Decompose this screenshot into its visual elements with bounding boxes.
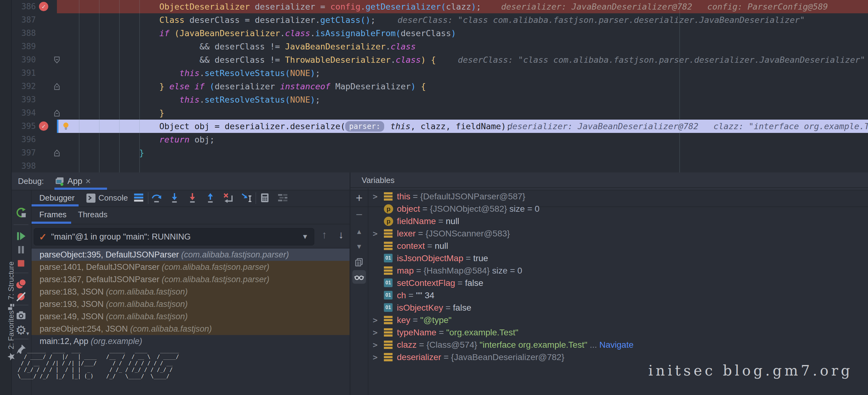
variable-row[interactable]: >deserializer = {JavaBeanDeserializer@78…: [368, 351, 868, 363]
fold-marker-icon[interactable]: [53, 83, 61, 91]
line-number: 396: [11, 133, 36, 146]
code-text: ObjectDeserializer deserializer = config…: [159, 0, 481, 13]
step-out-icon[interactable]: [205, 192, 216, 203]
variable-row[interactable]: map = {HashMap@584} size = 0: [368, 265, 868, 277]
active-tab-indicator: [32, 222, 71, 224]
expand-chevron-icon: >: [373, 190, 378, 203]
line-number: 394: [11, 106, 36, 120]
code-text: Object obj = deserializer.deserialze(par…: [159, 120, 511, 133]
drop-frame-icon[interactable]: [223, 192, 234, 203]
session-tab-label: App: [67, 176, 82, 186]
primitive-icon: 01: [384, 254, 393, 263]
inline-debugger-hint: deserializer: JavaBeanDeserializer@782 c…: [501, 0, 828, 13]
primitive-icon: 01: [384, 278, 393, 288]
variable-text: this = {DefaultJSONParser@587}: [397, 190, 525, 203]
expand-chevron-icon: >: [373, 326, 378, 339]
indent-guide: [79, 0, 80, 172]
right-margin-guide: [679, 0, 680, 172]
expand-chevron-icon: >: [373, 228, 378, 240]
active-tab-indicator: [55, 188, 107, 190]
variable-text: key = "@type": [397, 314, 452, 326]
remove-watch-button[interactable]: −: [352, 208, 366, 221]
active-tab-indicator: [32, 204, 79, 206]
expand-chevron-icon: >: [373, 351, 378, 363]
intention-bulb-icon[interactable]: [61, 122, 71, 131]
move-down-button[interactable]: ▼: [352, 240, 366, 254]
variable-row[interactable]: >lexer = {JSONScanner@583}: [368, 228, 868, 240]
variable-text: fieldName = null: [397, 215, 459, 228]
variable-text: object = {JSONObject@582} size = 0: [397, 203, 539, 215]
fold-marker-icon[interactable]: [53, 149, 61, 157]
line-number: 392: [11, 80, 36, 93]
line-number: 397: [11, 146, 36, 160]
tab-threads[interactable]: Threads: [78, 206, 107, 223]
code-editor[interactable]: 386✓ObjectDeserializer deserializer = co…: [11, 0, 868, 172]
tool-window-stripe: 7: Structure 2: Favorites: [0, 0, 12, 395]
stack-frame-row[interactable]: main:12, App (org.example): [32, 335, 349, 348]
variable-row[interactable]: >this = {DefaultJSONParser@587}: [368, 190, 868, 203]
expand-chevron-icon: >: [373, 339, 378, 351]
execution-point-menu-icon[interactable]: [134, 192, 145, 203]
code-text: this.setResolveStatus(NONE);: [179, 93, 320, 106]
debug-label: Debug:: [18, 172, 44, 190]
variables-toolbar: + − ▲ ▼: [350, 189, 368, 395]
tab-console[interactable]: Console: [98, 190, 128, 206]
variable-row[interactable]: >typeName = "org.example.Test": [368, 326, 868, 339]
variable-text: isObjectKey = false: [397, 302, 471, 314]
code-text: return obj;: [159, 133, 215, 146]
expand-chevron-icon: >: [373, 314, 378, 326]
variable-row[interactable]: >key = "@type": [368, 314, 868, 326]
inline-debugger-hint: deserClass: "class com.alibaba.fastjson.…: [398, 13, 805, 27]
stack-frame-row[interactable]: parseObject:395, DefaultJSONParser (com.…: [32, 249, 349, 261]
frame-up-button[interactable]: ↑: [322, 229, 327, 241]
variable-row[interactable]: 01ch = '"' 34: [368, 289, 868, 302]
indent-guide: [119, 0, 120, 172]
evaluate-expression-icon[interactable]: [259, 192, 270, 203]
run-to-cursor-icon[interactable]: [241, 192, 252, 203]
layout-settings-icon[interactable]: [277, 192, 288, 203]
stack-frame-row[interactable]: parseObject:254, JSON (com.alibaba.fastj…: [32, 323, 349, 335]
variable-row[interactable]: 01isObjectKey = false: [368, 302, 868, 314]
breakpoint-icon[interactable]: ✓: [39, 122, 48, 131]
inline-debugger-hint: deserializer: JavaBeanDeserializer@782 c…: [507, 120, 868, 133]
close-icon[interactable]: ×: [85, 176, 91, 186]
stack-frame-row[interactable]: parse:183, JSON (com.alibaba.fastjson): [32, 286, 349, 298]
step-over-icon[interactable]: [151, 192, 162, 203]
duplicate-icon[interactable]: [352, 255, 366, 269]
step-into-icon[interactable]: [169, 192, 180, 203]
variable-row[interactable]: 01setContextFlag = false: [368, 277, 868, 289]
variable-text: ch = '"' 34: [397, 289, 434, 302]
variable-row[interactable]: 01isJsonObjectMap = true: [368, 252, 868, 265]
force-step-into-icon[interactable]: [187, 192, 198, 203]
variable-row[interactable]: context = null: [368, 240, 868, 252]
variables-panel: Variables + − ▲ ▼ >this = {DefaultJSONPa…: [350, 172, 868, 395]
console-icon: [86, 193, 97, 204]
code-text: && deserClass != JavaBeanDeserializer.cl…: [199, 40, 416, 53]
tab-debugger[interactable]: Debugger: [39, 190, 74, 206]
fold-marker-icon[interactable]: [53, 56, 61, 64]
stack-frame-row[interactable]: parse:1401, DefaultJSONParser (com.aliba…: [32, 261, 349, 273]
indent-guide: [139, 0, 140, 172]
stack-frame-row[interactable]: parse:149, JSON (com.alibaba.fastjson): [32, 310, 349, 323]
thread-selector[interactable]: ✓ "main"@1 in group "main": RUNNING ▼: [34, 228, 314, 245]
rerun-button[interactable]: [14, 206, 28, 220]
frame-down-button[interactable]: ↓: [338, 229, 344, 241]
code-text: }: [159, 106, 164, 120]
add-watch-button[interactable]: +: [352, 191, 366, 205]
variable-row[interactable]: >clazz = {Class@574} "interface org.exam…: [368, 339, 868, 351]
fold-marker-icon[interactable]: [53, 109, 61, 117]
variable-row[interactable]: pobject = {JSONObject@582} size = 0: [368, 203, 868, 215]
variable-row[interactable]: pfieldName = null: [368, 215, 868, 228]
show-watches-glasses-button[interactable]: [352, 270, 366, 284]
stack-frame-row[interactable]: parse:1367, DefaultJSONParser (com.aliba…: [32, 273, 349, 286]
variable-text: lexer = {JSONScanner@583}: [397, 228, 510, 240]
code-text: if (JavaBeanDeserializer.class.isAssigna…: [159, 27, 456, 40]
frames-tab-bar: Frames Threads: [32, 206, 349, 224]
brand-watermark: initsec blog.gm7.org: [648, 362, 853, 379]
move-up-button[interactable]: ▲: [352, 225, 366, 239]
debug-session-tab[interactable]: App ×: [55, 172, 91, 190]
stack-frame-row[interactable]: parse:193, JSON (com.alibaba.fastjson): [32, 298, 349, 310]
ascii-art-watermark: ______ ____ ___ _____ ____ ______ / ____…: [8, 347, 179, 380]
tab-frames[interactable]: Frames: [39, 206, 66, 223]
breakpoint-icon[interactable]: ✓: [39, 2, 48, 11]
